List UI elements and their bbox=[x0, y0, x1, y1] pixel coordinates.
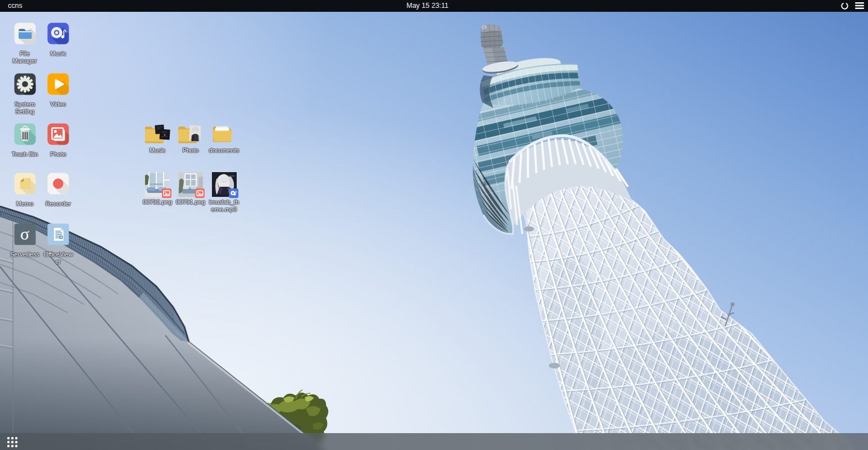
svg-text:σ: σ bbox=[20, 224, 29, 243]
svg-text:imuslab: imuslab bbox=[227, 174, 235, 177]
